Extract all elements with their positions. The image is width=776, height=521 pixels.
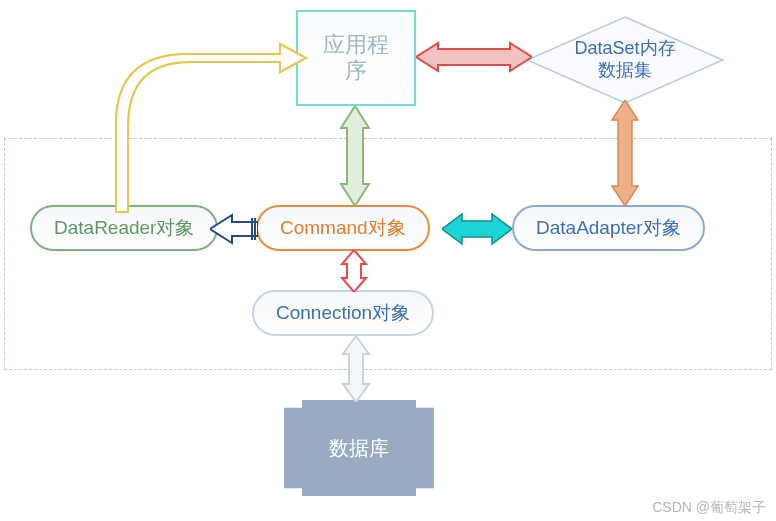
arrow-app-dataset	[416, 40, 532, 74]
watermark: CSDN @葡萄架子	[652, 499, 766, 517]
dataset-label: DataSet内存 数据集	[574, 38, 675, 81]
svg-marker-8	[343, 336, 369, 402]
dataadapter-label: DataAdapter对象	[536, 215, 681, 241]
svg-marker-1	[416, 43, 532, 71]
application-label: 应用程 序	[323, 32, 389, 85]
database-label: 数据库	[329, 435, 389, 462]
connection-label: Connection对象	[276, 300, 410, 326]
svg-marker-7	[342, 250, 366, 292]
svg-marker-9	[612, 100, 638, 206]
dataadapter-node: DataAdapter对象	[512, 205, 705, 251]
svg-marker-3	[210, 215, 258, 243]
arrow-connection-database	[339, 336, 373, 402]
svg-marker-2	[341, 106, 369, 206]
arrow-datareader-application	[98, 34, 308, 219]
arrow-app-command	[338, 106, 372, 206]
application-node: 应用程 序	[296, 10, 416, 106]
database-node: 数据库	[284, 400, 434, 496]
arrow-dataset-dataadapter	[608, 100, 642, 206]
watermark-text: CSDN @葡萄架子	[652, 499, 766, 515]
arrow-command-connection	[339, 250, 369, 292]
connection-node: Connection对象	[252, 290, 434, 336]
dataset-node: DataSet内存 数据集	[525, 15, 725, 105]
svg-marker-6	[442, 214, 512, 244]
arrow-command-dataadapter	[442, 211, 512, 247]
